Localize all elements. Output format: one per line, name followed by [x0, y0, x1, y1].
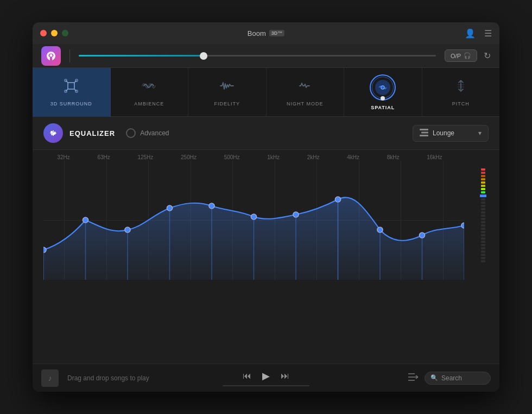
spatial-label: SPATIAL: [371, 105, 395, 110]
level-meter: [467, 165, 499, 363]
3d-surround-label: 3D SURROUND: [50, 101, 92, 106]
maximize-button[interactable]: [62, 30, 68, 36]
volume-bar-right: O/P 🎧 ↻: [445, 49, 491, 62]
svg-rect-51: [481, 185, 485, 187]
freq-250hz: 250Hz: [181, 154, 197, 160]
app-badge: 3D™: [269, 30, 285, 36]
svg-rect-47: [481, 172, 485, 174]
svg-point-18: [50, 131, 53, 133]
svg-point-10: [381, 86, 384, 89]
spatial-inner: [375, 80, 390, 95]
fidelity-label: FIDELITY: [214, 101, 240, 106]
svg-rect-58: [481, 208, 485, 210]
svg-rect-54: [480, 195, 486, 197]
preset-icon: [420, 129, 428, 138]
advanced-toggle[interactable]: Advanced: [126, 128, 169, 138]
svg-rect-64: [481, 228, 485, 230]
freq-8khz: 8kHz: [387, 154, 400, 160]
tab-pitch[interactable]: PITCH: [422, 68, 500, 117]
eq-title: EQUALIZER: [69, 129, 115, 137]
search-icon: 🔍: [430, 374, 438, 381]
svg-rect-61: [481, 218, 485, 220]
album-art: ♪: [41, 369, 59, 387]
search-box[interactable]: 🔍 Search: [425, 372, 491, 385]
svg-rect-73: [481, 257, 485, 259]
volume-fill: [79, 55, 204, 57]
volume-thumb[interactable]: [200, 52, 207, 60]
ambience-icon: [142, 78, 157, 97]
effects-bar: 3D SURROUND AMBIENCE FIDELITY: [33, 68, 499, 117]
volume-slider[interactable]: [79, 55, 436, 57]
pitch-icon: [453, 78, 468, 97]
spatial-dot: [381, 96, 385, 101]
svg-rect-48: [481, 175, 485, 177]
app-logo-icon: [41, 46, 61, 66]
svg-rect-60: [481, 215, 485, 217]
svg-rect-72: [481, 254, 485, 256]
headphone-icon: 🎧: [464, 52, 471, 59]
prev-button[interactable]: ⏮: [243, 371, 251, 381]
output-button[interactable]: O/P 🎧: [445, 49, 477, 62]
svg-rect-55: [481, 198, 485, 200]
svg-rect-46: [481, 168, 485, 171]
fidelity-icon: [219, 78, 235, 97]
close-button[interactable]: [40, 30, 47, 36]
advanced-toggle-circle: [126, 128, 136, 138]
svg-rect-1: [68, 83, 74, 89]
svg-rect-68: [481, 241, 485, 243]
eq-header: EQUALIZER Advanced Lounge ▾: [33, 117, 499, 150]
playlist-icon[interactable]: [408, 373, 418, 383]
svg-rect-66: [481, 234, 485, 236]
svg-rect-22: [421, 131, 428, 133]
volume-divider: [69, 49, 70, 62]
account-icon[interactable]: 👤: [465, 28, 476, 39]
title-bar-center: Boom 3D™: [248, 29, 284, 37]
volume-track: [79, 55, 436, 57]
op-label: O/P: [451, 53, 461, 59]
tab-night-mode[interactable]: NIGHT MODE: [267, 68, 345, 117]
play-button[interactable]: ▶: [262, 370, 270, 382]
preset-dropdown[interactable]: Lounge ▾: [413, 125, 489, 142]
svg-rect-62: [481, 221, 485, 223]
svg-rect-70: [481, 247, 485, 249]
refresh-icon[interactable]: ↻: [484, 51, 491, 61]
svg-rect-53: [481, 191, 485, 193]
tab-3d-surround[interactable]: 3D SURROUND: [33, 68, 111, 117]
eq-visualization: [43, 160, 464, 280]
svg-rect-23: [420, 135, 428, 136]
svg-rect-71: [481, 250, 485, 253]
app-title: Boom: [248, 29, 266, 37]
svg-rect-74: [481, 260, 485, 262]
svg-rect-59: [481, 211, 485, 214]
night-mode-label: NIGHT MODE: [287, 101, 323, 106]
svg-rect-65: [481, 231, 485, 233]
svg-rect-63: [481, 224, 485, 227]
tab-fidelity[interactable]: FIDELITY: [188, 68, 267, 117]
svg-rect-56: [481, 202, 485, 204]
svg-rect-21: [420, 129, 428, 130]
freq-125hz: 125Hz: [137, 154, 153, 160]
svg-point-20: [54, 132, 56, 134]
tab-ambience[interactable]: AMBIENCE: [111, 68, 189, 117]
svg-rect-49: [481, 178, 485, 180]
minimize-button[interactable]: [51, 30, 58, 36]
svg-point-0: [50, 54, 53, 57]
freq-1khz: 1kHz: [267, 154, 280, 160]
freq-63hz: 63Hz: [97, 154, 110, 160]
freq-2khz: 2kHz: [307, 154, 320, 160]
preset-chevron-icon: ▾: [478, 129, 482, 137]
eq-curve-svg: [43, 160, 464, 280]
ambience-label: AMBIENCE: [134, 101, 164, 106]
tab-spatial[interactable]: SPATIAL: [344, 68, 422, 117]
title-bar: Boom 3D™ 👤 ☰: [33, 22, 499, 44]
next-button[interactable]: ⏭: [281, 371, 289, 381]
player-bar: ♪ Drag and drop songs to play ⏮ ▶ ⏭: [33, 363, 499, 392]
traffic-lights: [40, 30, 68, 36]
freq-16khz: 16kHz: [427, 154, 442, 160]
freq-4khz: 4kHz: [347, 154, 359, 160]
svg-rect-69: [481, 244, 485, 246]
menu-icon[interactable]: ☰: [484, 28, 492, 39]
svg-rect-52: [481, 188, 485, 190]
progress-bar[interactable]: [223, 385, 309, 386]
search-input[interactable]: Search: [441, 374, 485, 382]
